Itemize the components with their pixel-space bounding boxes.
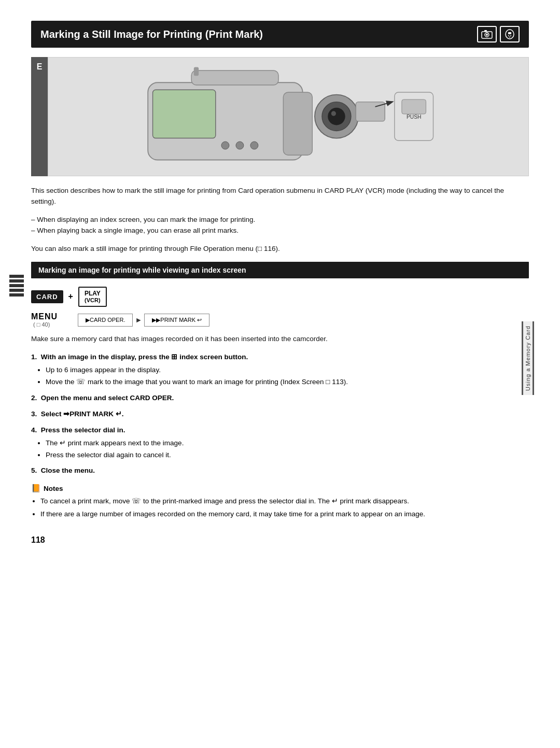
camera-icon [477, 26, 497, 43]
svg-point-14 [331, 111, 336, 116]
menu-step-1: ▶CARD OPER. [78, 314, 133, 327]
svg-rect-15 [191, 70, 278, 85]
note-2: If there are a large number of images re… [40, 509, 529, 520]
menu-arrow: ► [133, 316, 144, 324]
step-4-bullet-2: Press the selector dial again to cancel … [46, 450, 529, 461]
e-badge: E [31, 57, 48, 176]
svg-point-3 [486, 34, 488, 36]
title-icons [477, 26, 520, 43]
plus-sign: + [68, 292, 73, 301]
svg-rect-5 [508, 32, 511, 34]
svg-point-8 [509, 37, 510, 38]
menu-badge: MENU [31, 312, 78, 321]
step-3: 3. Select ➡PRINT MARK ↵. [31, 409, 529, 420]
svg-point-18 [236, 142, 244, 149]
vcr-label: (VCR) [85, 297, 101, 304]
side-label: Using a Memory Card [522, 321, 534, 395]
steps-section: 1. With an image in the display, press t… [31, 352, 529, 476]
step-4-bullets: The ↵ print mark appears next to the ima… [46, 438, 529, 461]
left-decoration-bars [9, 275, 24, 297]
step-1-bullet-1: Up to 6 images appear in the display. [46, 365, 529, 376]
svg-point-7 [510, 35, 511, 36]
page-title: Marking a Still Image for Printing (Prin… [40, 29, 263, 40]
side-label-container: Using a Memory Card [522, 321, 534, 395]
svg-rect-10 [153, 90, 216, 138]
body-text-2: You can also mark a still image for prin… [31, 244, 529, 255]
play-vcr-box: PLAY (VCR) [78, 287, 107, 307]
step-2-text: 2. Open the menu and select CARD OPER. [31, 393, 529, 404]
hero-section: E [31, 57, 529, 176]
notes-icon: 📙 [31, 484, 41, 493]
menu-row: MENU ( □ 40) ▶CARD OPER. ► ▶▶PRINT MARK … [31, 312, 529, 328]
menu-left-col: MENU ( □ 40) [31, 312, 78, 328]
step-1-bullets: Up to 6 images appear in the display. Mo… [46, 365, 529, 388]
body-text-1: This section describes how to mark the s… [31, 186, 529, 207]
menu-steps-row: ▶CARD OPER. ► ▶▶PRINT MARK ↩ [78, 314, 529, 327]
svg-rect-2 [484, 30, 487, 32]
notes-label: Notes [44, 485, 63, 492]
step-1: 1. With an image in the display, press t… [31, 352, 529, 388]
svg-rect-20 [194, 67, 199, 76]
step-5-text: 5. Close the menu. [31, 465, 529, 476]
step-3-text: 3. Select ➡PRINT MARK ↵. [31, 409, 529, 420]
svg-rect-24 [402, 100, 426, 114]
notes-list: To cancel a print mark, move ☏ to the pr… [40, 496, 529, 520]
sub-heading-text: Marking an image for printing while view… [38, 266, 246, 274]
svg-point-13 [328, 108, 345, 125]
memory-card-note: Make sure a memory card that has images … [31, 334, 529, 345]
svg-rect-16 [284, 92, 313, 155]
notes-header: 📙 Notes [31, 484, 529, 493]
card-badge: CARD [31, 290, 63, 303]
menu-step-2: ▶▶PRINT MARK ↩ [144, 314, 209, 327]
hero-image: PUSH [48, 57, 529, 176]
step-4-text: 4. Press the selector dial in. [31, 425, 529, 436]
play-label: PLAY [85, 290, 101, 297]
step-4: 4. Press the selector dial in. The ↵ pri… [31, 425, 529, 461]
svg-point-6 [508, 35, 509, 36]
step-1-text: 1. With an image in the display, press t… [31, 352, 529, 363]
svg-point-17 [221, 142, 229, 149]
svg-point-19 [250, 142, 258, 149]
step-5: 5. Close the menu. [31, 465, 529, 476]
remote-icon [500, 26, 520, 43]
step-2: 2. Open the menu and select CARD OPER. [31, 393, 529, 404]
notes-section: 📙 Notes To cancel a print mark, move ☏ t… [31, 484, 529, 520]
step-1-bullet-2: Move the ☏ mark to the image that you wa… [46, 377, 529, 388]
svg-text:PUSH: PUSH [407, 115, 421, 120]
page-number: 118 [31, 535, 529, 545]
body-bullet-1: – When displaying an index screen, you c… [31, 215, 529, 236]
card-play-row: CARD + PLAY (VCR) [31, 287, 529, 307]
note-1: To cancel a print mark, move ☏ to the pr… [40, 496, 529, 507]
sub-heading-bar: Marking an image for printing while view… [31, 262, 529, 278]
step-4-bullet-1: The ↵ print mark appears next to the ima… [46, 438, 529, 449]
page-title-bar: Marking a Still Image for Printing (Prin… [31, 21, 529, 48]
menu-ref: ( □ 40) [33, 321, 78, 328]
